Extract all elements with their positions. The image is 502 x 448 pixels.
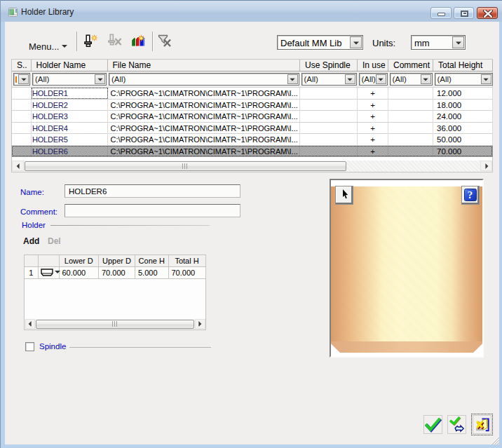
total-height-cell[interactable]: 50.000 xyxy=(433,134,493,145)
scroll-right-button[interactable] xyxy=(480,161,492,171)
filter-select-arrow-button[interactable] xyxy=(376,74,386,84)
in-use-cell[interactable]: + xyxy=(358,146,388,157)
total-height-cell[interactable]: 24.000 xyxy=(433,111,493,122)
segment-total-h-cell[interactable]: 70.000 xyxy=(169,267,206,278)
in-use-cell[interactable]: + xyxy=(358,100,388,111)
column-header-file-name[interactable]: File Name xyxy=(108,60,301,71)
row-selector-cell[interactable] xyxy=(12,100,32,111)
scrollbar-thumb[interactable] xyxy=(36,320,194,330)
add-button[interactable]: Add xyxy=(23,236,39,246)
table-row[interactable]: HOLDER6 C:\PROGRA~1\CIMATRON\CIMATR~1\PR… xyxy=(12,146,492,158)
spindle-checkbox[interactable] xyxy=(25,342,34,351)
comment-cell[interactable] xyxy=(388,100,433,111)
filter-select-file-name[interactable]: (All) xyxy=(109,73,299,86)
use-spindle-cell[interactable] xyxy=(300,146,358,157)
file-name-cell[interactable]: C:\PROGRA~1\CIMATRON\CIMATR~1\PROGRAM\I.… xyxy=(108,134,301,145)
table-row[interactable]: HOLDER3 C:\PROGRA~1\CIMATRON\CIMATR~1\PR… xyxy=(12,111,492,123)
total-height-cell[interactable]: 18.000 xyxy=(433,100,493,111)
segment-index-cell[interactable]: 1 xyxy=(25,267,39,278)
table-row[interactable]: HOLDER5 C:\PROGRA~1\CIMATRON\CIMATR~1\PR… xyxy=(12,134,492,146)
delete-holder-button[interactable] xyxy=(107,34,123,50)
column-header-holder-name[interactable]: Holder Name xyxy=(32,60,108,71)
resize-grip[interactable] xyxy=(491,436,499,444)
filter-select-total-height[interactable]: (All) xyxy=(435,73,493,86)
name-input[interactable] xyxy=(65,184,240,198)
table-row[interactable]: HOLDER4 C:\PROGRA~1\CIMATRON\CIMATR~1\PR… xyxy=(12,123,492,135)
file-name-cell[interactable]: C:\PROGRA~1\CIMATRON\CIMATR~1\PROGRAM\I.… xyxy=(108,146,301,157)
file-name-cell[interactable]: C:\PROGRA~1\CIMATRON\CIMATR~1\PROGRAM\I.… xyxy=(108,88,301,99)
row-selector-cell[interactable] xyxy=(12,111,32,122)
titlebar[interactable]: Holder Library xyxy=(1,1,502,22)
row-selector-cell[interactable] xyxy=(12,146,32,157)
filter-select-holder-name[interactable]: (All) xyxy=(32,73,107,86)
file-name-cell[interactable]: C:\PROGRA~1\CIMATRON\CIMATR~1\PROGRAM\I.… xyxy=(108,100,301,111)
column-header-total-height[interactable]: Total Height xyxy=(433,60,493,71)
use-spindle-cell[interactable] xyxy=(300,123,358,134)
scroll-left-button[interactable] xyxy=(25,319,36,329)
use-spindle-cell[interactable] xyxy=(300,134,358,145)
file-name-cell[interactable]: C:\PROGRA~1\CIMATRON\CIMATR~1\PROGRAM\I.… xyxy=(108,111,301,122)
segment-cone-h-cell[interactable]: 5.000 xyxy=(135,267,169,278)
units-select[interactable]: mm xyxy=(411,35,466,50)
comment-cell[interactable] xyxy=(388,88,433,99)
segment-shape-cell[interactable] xyxy=(39,267,60,278)
column-header-comment[interactable]: Comment xyxy=(388,60,433,71)
use-spindle-cell[interactable] xyxy=(300,111,358,122)
filter-select-s[interactable] xyxy=(13,73,31,86)
scrollbar-track[interactable] xyxy=(346,161,480,172)
file-name-cell[interactable]: C:\PROGRA~1\CIMATRON\CIMATR~1\PROGRAM\I.… xyxy=(108,123,301,134)
exit-button[interactable] xyxy=(473,415,491,434)
comment-input[interactable] xyxy=(65,204,240,217)
total-height-cell[interactable]: 36.000 xyxy=(433,123,493,134)
scroll-left-button[interactable] xyxy=(12,161,24,171)
total-height-cell[interactable]: 70.000 xyxy=(433,146,493,157)
table-row[interactable]: HOLDER2 C:\PROGRA~1\CIMATRON\CIMATR~1\PR… xyxy=(12,100,492,111)
apply-button[interactable] xyxy=(447,415,466,434)
filter-select-in-use[interactable]: (All) xyxy=(359,73,388,86)
in-use-cell[interactable]: + xyxy=(358,123,388,134)
in-use-cell[interactable]: + xyxy=(358,134,388,145)
units-select-arrow-button[interactable] xyxy=(452,36,464,48)
holder-name-cell[interactable]: HOLDER1 xyxy=(32,88,108,99)
filter-select-use-spindle[interactable]: (All) xyxy=(301,73,357,86)
in-use-cell[interactable]: + xyxy=(358,88,388,99)
menu-button[interactable]: Menu... xyxy=(20,37,76,55)
minimize-button[interactable] xyxy=(430,7,452,19)
select-mode-button[interactable] xyxy=(335,186,353,205)
holder-name-cell[interactable]: HOLDER6 xyxy=(32,146,108,157)
row-selector-cell[interactable] xyxy=(12,134,32,145)
holder-name-cell[interactable]: HOLDER4 xyxy=(32,123,108,134)
total-height-cell[interactable]: 12.000 xyxy=(433,88,493,99)
table-row[interactable]: HOLDER1 C:\PROGRA~1\CIMATRON\CIMATR~1\PR… xyxy=(12,88,492,100)
filter-select-arrow-button[interactable] xyxy=(481,74,491,84)
column-header-in-use[interactable]: In use xyxy=(358,60,388,71)
segment-row[interactable]: 1 60.000 70.000 5.000 70.000 xyxy=(25,267,205,279)
close-button[interactable] xyxy=(477,7,498,19)
filter-select-arrow-button[interactable] xyxy=(345,74,355,84)
segment-upper-d-cell[interactable]: 70.000 xyxy=(99,267,135,278)
column-header-use-spindle[interactable]: Use Spindle xyxy=(300,60,358,71)
new-library-button[interactable] xyxy=(132,34,149,50)
help-button[interactable]: ? xyxy=(461,186,480,205)
holder-name-cell[interactable]: HOLDER5 xyxy=(32,134,108,145)
filter-select-arrow-button[interactable] xyxy=(421,74,431,84)
row-selector-cell[interactable] xyxy=(12,88,32,99)
column-header-s[interactable]: S.. xyxy=(12,60,32,71)
scroll-right-button[interactable] xyxy=(195,319,205,329)
ok-button[interactable] xyxy=(423,415,442,434)
filter-select-arrow-button[interactable] xyxy=(287,74,298,84)
new-holder-button[interactable] xyxy=(83,34,100,50)
comment-cell[interactable] xyxy=(388,123,433,134)
in-use-cell[interactable]: + xyxy=(358,111,388,122)
clear-filter-button[interactable] xyxy=(157,34,174,50)
comment-cell[interactable] xyxy=(388,111,433,122)
library-select-arrow-button[interactable] xyxy=(350,36,362,48)
filter-select-comment[interactable]: (All) xyxy=(390,73,433,86)
holder-name-cell[interactable]: HOLDER3 xyxy=(32,111,108,122)
filter-select-arrow-button[interactable] xyxy=(18,74,29,84)
scrollbar-thumb[interactable] xyxy=(25,161,346,172)
filter-select-arrow-button[interactable] xyxy=(95,74,105,84)
use-spindle-cell[interactable] xyxy=(300,100,358,111)
library-select[interactable]: Default MM Lib xyxy=(277,35,363,50)
row-selector-cell[interactable] xyxy=(12,123,32,134)
